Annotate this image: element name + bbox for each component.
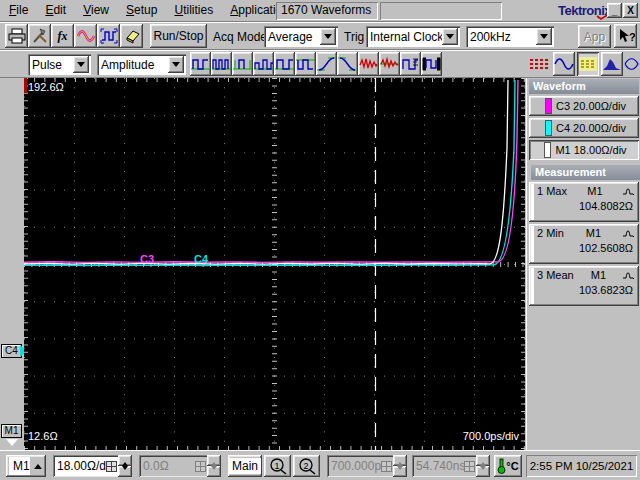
pulse-select-icon <box>100 28 118 44</box>
print-button[interactable] <box>5 24 28 48</box>
setup-tools-button[interactable] <box>28 24 51 48</box>
main-view-button[interactable]: Main <box>228 455 262 477</box>
menu-setup[interactable]: Setup <box>119 1 164 19</box>
measure-type-dropdown-button[interactable] <box>168 56 184 73</box>
waveform-color-button[interactable] <box>74 24 97 48</box>
measure-category-select[interactable]: Pulse <box>28 54 91 75</box>
magnifier-1-icon: 1 <box>268 457 288 475</box>
vertical-scale-value: 18.00Ω/di <box>53 459 106 473</box>
color-waveform-icon <box>77 28 95 44</box>
spin-down-icon <box>480 466 486 477</box>
erase-button[interactable] <box>120 24 143 48</box>
run-stop-label: Run/Stop <box>153 29 203 43</box>
fall-time-button[interactable] <box>337 52 358 76</box>
noise-rms-button[interactable] <box>379 52 400 76</box>
measure-category-dropdown-button[interactable] <box>73 56 89 73</box>
measure-type-select[interactable]: Amplitude <box>97 54 186 75</box>
waveform-m1-button[interactable]: M1 18.00Ω/div <box>529 140 639 160</box>
annotations-button[interactable] <box>577 52 599 76</box>
close-button[interactable]: X <box>623 3 638 18</box>
rise-time-button[interactable] <box>316 52 337 76</box>
menu-utilities[interactable]: Utilities <box>168 1 221 19</box>
cursors-icon <box>529 56 549 72</box>
horizontal-delay-field: 54.740ns <box>412 455 490 477</box>
waveform-display[interactable]: 192.6Ω 12.6Ω 700.0ps/div C3 C4 <box>24 78 525 450</box>
mag1-button[interactable]: 1 <box>264 455 291 477</box>
acq-mode-dropdown-button[interactable] <box>320 28 336 45</box>
spin-down-icon <box>211 466 217 477</box>
trig-rate-dropdown-button[interactable] <box>536 28 552 45</box>
m1-color-swatch <box>544 142 551 158</box>
noise-pkpk-icon <box>359 56 378 72</box>
trace-c4 <box>24 80 515 266</box>
pulse-burst-button[interactable] <box>253 52 274 76</box>
menu-view[interactable]: View <box>76 1 116 19</box>
waveform-canvas <box>24 78 525 450</box>
vertical-scale-field[interactable]: 18.00Ω/di <box>53 455 132 477</box>
pulse-train-icon <box>296 56 315 72</box>
waveform-c3-button[interactable]: C3 20.00Ω/div <box>529 96 639 116</box>
main-area: C4 M1 192.6Ω 12.6Ω 700.0ps/div C3 C4 Wav… <box>0 78 640 450</box>
source-dropup-button[interactable] <box>30 464 46 469</box>
source-select[interactable]: M1 <box>6 455 46 477</box>
cursors-button[interactable] <box>528 52 550 76</box>
trig-rate-select[interactable]: 200kHz <box>466 26 554 47</box>
chevron-up-icon <box>34 464 42 469</box>
measurement-source: M1 <box>587 185 602 197</box>
vertical-offset-field: 0.0Ω <box>139 455 221 477</box>
pulse-select-button[interactable] <box>97 24 120 48</box>
mag2-button[interactable]: 2 <box>293 455 320 477</box>
rise-time-icon <box>317 56 336 72</box>
trace-m1 <box>24 80 508 264</box>
waveform-view-button[interactable] <box>553 52 575 76</box>
measurement-value: 103.6823Ω <box>537 281 635 296</box>
run-stop-button[interactable]: Run/Stop <box>150 24 207 48</box>
measurement-min[interactable]: 2 MinM1 102.5608Ω <box>529 224 639 264</box>
noise-pkpk-button[interactable] <box>358 52 379 76</box>
eye-diagram-button[interactable] <box>623 52 640 76</box>
fall-time-icon <box>338 56 357 72</box>
pulse-period-button[interactable] <box>211 52 232 76</box>
c4-trace-label[interactable]: C4 <box>194 253 208 265</box>
menu-file[interactable]: File <box>2 1 35 19</box>
spin-down-icon <box>397 466 403 477</box>
c3-trace-label[interactable]: C3 <box>140 253 154 265</box>
eraser-icon <box>123 28 141 44</box>
trig-source-select[interactable]: Internal Clock <box>366 26 460 47</box>
measurement-mean[interactable]: 3 MeanM1 103.6823Ω <box>529 266 639 306</box>
trig-source-value: Internal Clock <box>366 30 442 44</box>
waveform-c4-button[interactable]: C4 20.00Ω/div <box>529 118 639 138</box>
vertical-bottom-readout: 12.6Ω <box>28 430 58 442</box>
acq-mode-select[interactable]: Average <box>264 26 338 47</box>
pulse-pair-button[interactable] <box>274 52 295 76</box>
m1-position-marker[interactable]: M1 <box>1 424 22 438</box>
measurement-max[interactable]: 1 MaxM1 104.8082Ω <box>529 182 639 222</box>
app-button[interactable]: App <box>578 25 611 48</box>
trig-label: Trig <box>344 30 364 44</box>
minimize-button[interactable]: _ <box>607 3 622 18</box>
pulse-gate-button[interactable] <box>421 52 442 76</box>
temperature-button[interactable]: °C <box>494 455 522 477</box>
measurement-strip <box>531 184 534 220</box>
noise-rms-icon <box>380 56 399 72</box>
keypad-icon[interactable] <box>106 461 117 472</box>
chevron-down-icon <box>172 62 180 67</box>
c4-position-marker[interactable]: C4 <box>1 344 22 358</box>
context-help-button[interactable]: ? <box>614 24 637 48</box>
pulse-train-button[interactable] <box>295 52 316 76</box>
spin-down-icon <box>122 466 128 477</box>
vertical-scale-stepper[interactable] <box>118 455 132 477</box>
left-marker-strip: C4 M1 <box>0 78 24 450</box>
main-view-label: Main <box>229 458 261 474</box>
horizontal-scale-value: 700.000ps <box>327 459 381 473</box>
function-button[interactable]: fx <box>51 24 74 48</box>
pulse-single-button[interactable] <box>232 52 253 76</box>
menu-edit[interactable]: Edit <box>38 1 73 19</box>
measurement-name: Mean <box>546 269 574 281</box>
pulse-width-button[interactable] <box>190 52 211 76</box>
trig-source-dropdown-button[interactable] <box>442 28 458 45</box>
pulse-params-button[interactable] <box>400 52 421 76</box>
vertical-offset-value: 0.0Ω <box>139 459 195 473</box>
horizontal-delay-value: 54.740ns <box>412 459 464 473</box>
histogram-button[interactable] <box>601 52 623 76</box>
